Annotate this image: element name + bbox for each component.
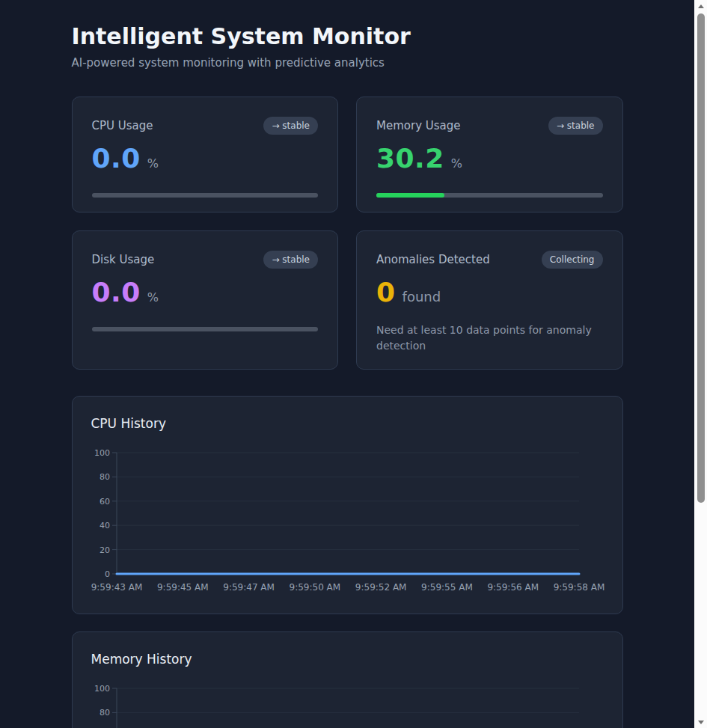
- memory-progress-track: [376, 193, 603, 198]
- vertical-scrollbar[interactable]: [694, 0, 707, 728]
- svg-text:9:59:43 AM: 9:59:43 AM: [91, 582, 142, 593]
- cpu-history-card: CPU History 0204060801009:59:43 AM9:59:4…: [72, 396, 623, 614]
- svg-text:9:59:55 AM: 9:59:55 AM: [421, 582, 473, 593]
- memory-trend-badge: → stable: [548, 117, 603, 135]
- anomalies-note: Need at least 10 data points for anomaly…: [376, 322, 603, 354]
- cpu-progress-track: [92, 193, 319, 198]
- page-subtitle: AI-powered system monitoring with predic…: [72, 56, 623, 70]
- cpu-history-title: CPU History: [91, 415, 604, 432]
- scroll-down-icon: [698, 721, 704, 724]
- card-header: Disk Usage → stable: [92, 251, 319, 269]
- disk-usage-card: Disk Usage → stable 0.0 %: [72, 230, 339, 370]
- disk-progress-track: [92, 327, 319, 331]
- main-container: Intelligent System Monitor AI-powered sy…: [72, 0, 623, 728]
- anomalies-card: Anomalies Detected Collecting 0 found Ne…: [356, 230, 623, 370]
- disk-trend-badge: → stable: [263, 251, 318, 269]
- metrics-grid: CPU Usage → stable 0.0 % Memory Usage → …: [72, 97, 623, 370]
- anomalies-value-row: 0 found: [376, 278, 603, 308]
- page-title: Intelligent System Monitor: [72, 24, 623, 49]
- memory-history-card: Memory History 020406080100: [72, 631, 623, 728]
- anomalies-unit: found: [403, 289, 441, 305]
- memory-usage-card: Memory Usage → stable 30.2 %: [356, 97, 623, 212]
- svg-text:9:59:52 AM: 9:59:52 AM: [355, 582, 406, 593]
- svg-text:9:59:45 AM: 9:59:45 AM: [156, 582, 208, 593]
- memory-usage-label: Memory Usage: [376, 119, 461, 132]
- svg-text:80: 80: [100, 472, 110, 482]
- svg-text:20: 20: [100, 545, 110, 555]
- svg-text:9:59:56 AM: 9:59:56 AM: [487, 582, 539, 593]
- memory-usage-unit: %: [451, 156, 462, 171]
- cpu-trend-badge: → stable: [263, 117, 318, 135]
- svg-text:100: 100: [94, 448, 110, 458]
- scrollbar-thumb[interactable]: [697, 13, 705, 503]
- disk-value-row: 0.0 %: [92, 278, 319, 308]
- card-header: Memory Usage → stable: [376, 117, 603, 135]
- anomalies-count: 0: [376, 278, 396, 308]
- anomalies-status-badge: Collecting: [542, 251, 603, 269]
- anomalies-label: Anomalies Detected: [376, 253, 490, 266]
- memory-history-chart: 020406080100: [91, 681, 605, 728]
- svg-text:80: 80: [100, 708, 110, 718]
- disk-usage-unit: %: [147, 290, 159, 305]
- cpu-usage-card: CPU Usage → stable 0.0 %: [72, 97, 339, 212]
- cpu-usage-unit: %: [147, 156, 159, 171]
- cpu-usage-label: CPU Usage: [92, 119, 153, 132]
- page-viewport: Intelligent System Monitor AI-powered sy…: [0, 0, 694, 728]
- svg-text:100: 100: [94, 684, 110, 694]
- svg-text:9:59:47 AM: 9:59:47 AM: [223, 582, 275, 593]
- memory-usage-value: 30.2: [376, 144, 444, 174]
- card-header: Anomalies Detected Collecting: [376, 251, 603, 269]
- svg-text:60: 60: [100, 497, 110, 507]
- svg-text:9:59:50 AM: 9:59:50 AM: [289, 582, 340, 593]
- cpu-value-row: 0.0 %: [92, 144, 319, 174]
- card-header: CPU Usage → stable: [92, 117, 319, 135]
- cpu-usage-value: 0.0: [92, 144, 141, 174]
- svg-text:0: 0: [105, 569, 110, 579]
- svg-text:9:59:58 AM: 9:59:58 AM: [553, 582, 605, 593]
- scrollbar-down-button[interactable]: [694, 716, 707, 728]
- memory-history-title: Memory History: [91, 651, 604, 667]
- cpu-history-chart: 0204060801009:59:43 AM9:59:45 AM9:59:47 …: [91, 445, 605, 595]
- memory-value-row: 30.2 %: [376, 144, 603, 174]
- disk-usage-value: 0.0: [92, 278, 141, 308]
- scroll-up-icon: [698, 4, 704, 8]
- svg-text:40: 40: [100, 521, 110, 530]
- disk-usage-label: Disk Usage: [92, 253, 155, 266]
- scrollbar-up-button[interactable]: [694, 0, 707, 12]
- memory-progress-fill: [376, 193, 444, 198]
